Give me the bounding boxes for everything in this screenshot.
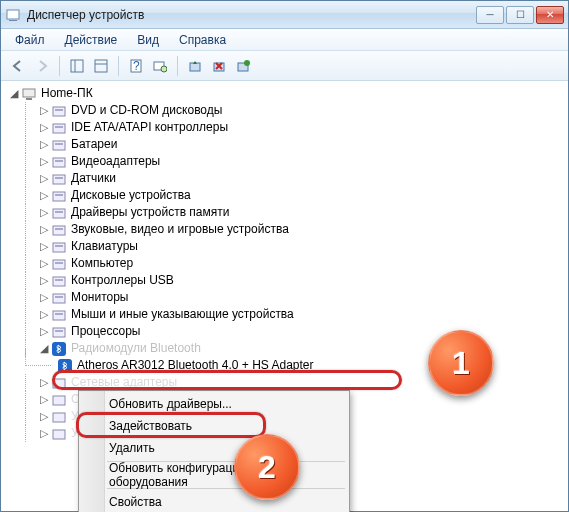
device-category-icon [51,290,67,306]
svg-rect-1 [9,20,17,21]
ctx-update-drivers[interactable]: Обновить драйверы... [81,393,347,415]
minimize-button[interactable]: ─ [476,6,504,24]
device-icon [51,375,67,391]
collapse-icon[interactable]: ◢ [37,340,51,357]
expand-icon[interactable]: ▷ [37,408,51,425]
scan-button[interactable] [149,55,171,77]
device-category-icon [51,137,67,153]
svg-rect-4 [95,60,107,72]
svg-rect-31 [55,228,63,230]
collapse-icon[interactable]: ◢ [7,85,21,102]
svg-rect-23 [55,160,63,162]
expand-icon[interactable]: ▷ [37,374,51,391]
tree-item[interactable]: Видеоадаптеры [71,153,160,170]
expand-icon[interactable]: ▷ [37,255,51,272]
svg-rect-25 [55,177,63,179]
expand-icon[interactable]: ▷ [37,119,51,136]
svg-rect-46 [53,379,65,388]
close-button[interactable]: ✕ [536,6,564,24]
ctx-enable[interactable]: Задействовать [81,415,347,437]
menu-file[interactable]: Файл [7,31,53,49]
menu-help[interactable]: Справка [171,31,234,49]
expand-icon[interactable]: ▷ [37,272,51,289]
device-icon [51,392,67,408]
svg-point-13 [244,60,250,66]
annotation-badge-1: 1 [428,330,494,396]
svg-rect-36 [53,277,65,286]
toolbar: ? [1,51,568,81]
expand-icon[interactable]: ▷ [37,102,51,119]
bluetooth-icon [51,341,67,357]
tree-item-bluetooth[interactable]: Радиомодули Bluetooth [71,340,201,357]
svg-rect-29 [55,211,63,213]
menu-view[interactable]: Вид [129,31,167,49]
expand-icon[interactable]: ▷ [37,153,51,170]
menu-action[interactable]: Действие [57,31,126,49]
expand-icon[interactable]: ▷ [37,170,51,187]
device-category-icon [51,307,67,323]
device-category-icon [51,103,67,119]
svg-rect-49 [53,430,65,439]
tree-item[interactable]: Мониторы [71,289,128,306]
uninstall-button[interactable] [208,55,230,77]
tree-item[interactable]: Дисковые устройства [71,187,191,204]
svg-rect-14 [23,89,35,97]
expand-icon[interactable]: ▷ [37,323,51,340]
svg-rect-17 [55,109,63,111]
expand-icon[interactable]: ▷ [37,238,51,255]
svg-rect-18 [53,124,65,133]
help-button[interactable]: ? [125,55,147,77]
tree-item-bt-device[interactable]: Atheros AR3012 Bluetooth 4.0 + HS Adapte… [77,357,314,374]
svg-rect-15 [26,98,32,100]
svg-rect-24 [53,175,65,184]
tree-item[interactable]: IDE ATA/ATAPI контроллеры [71,119,228,136]
tree-item[interactable]: Датчики [71,170,116,187]
device-category-icon [51,222,67,238]
svg-rect-33 [55,245,63,247]
back-button[interactable] [7,55,29,77]
svg-rect-0 [7,10,19,19]
svg-rect-20 [53,141,65,150]
svg-rect-10 [190,63,200,71]
tree-item[interactable]: Звуковые, видео и игровые устройства [71,221,289,238]
show-hide-tree-button[interactable] [66,55,88,77]
tree-item[interactable]: Драйверы устройств памяти [71,204,229,221]
expand-icon[interactable]: ▷ [37,221,51,238]
svg-rect-39 [55,296,63,298]
tree-item[interactable]: Клавиатуры [71,238,138,255]
svg-rect-42 [53,328,65,337]
tree-item[interactable]: Батареи [71,136,117,153]
ctx-delete[interactable]: Удалить [81,437,347,459]
expand-icon[interactable]: ▷ [37,289,51,306]
ctx-refresh-config[interactable]: Обновить конфигурацию оборудования [81,464,347,486]
menubar: Файл Действие Вид Справка [1,29,568,51]
expand-icon[interactable]: ▷ [37,204,51,221]
tree-item[interactable]: Компьютер [71,255,133,272]
device-category-icon [51,120,67,136]
expand-icon[interactable]: ▷ [37,425,51,442]
tree-item[interactable]: Процессоры [71,323,141,340]
expand-icon[interactable]: ▷ [37,136,51,153]
tree-item[interactable]: DVD и CD-ROM дисководы [71,102,222,119]
tree-item[interactable]: Контроллеры USB [71,272,174,289]
forward-button[interactable] [31,55,53,77]
expand-icon[interactable]: ▷ [37,391,51,408]
properties-button[interactable] [90,55,112,77]
maximize-button[interactable]: ☐ [506,6,534,24]
tree-item[interactable]: Мыши и иные указывающие устройства [71,306,294,323]
svg-rect-28 [53,209,65,218]
enable-button[interactable] [232,55,254,77]
update-driver-button[interactable] [184,55,206,77]
svg-rect-16 [53,107,65,116]
ctx-properties[interactable]: Свойства [81,491,347,512]
device-category-icon [51,239,67,255]
device-icon [51,426,67,442]
svg-rect-21 [55,143,63,145]
svg-rect-38 [53,294,65,303]
expand-icon[interactable]: ▷ [37,306,51,323]
expand-icon[interactable]: ▷ [37,187,51,204]
titlebar[interactable]: Диспетчер устройств ─ ☐ ✕ [1,1,568,29]
app-icon [5,7,21,23]
window-title: Диспетчер устройств [27,8,474,22]
tree-root[interactable]: Home-ПК [41,85,93,102]
